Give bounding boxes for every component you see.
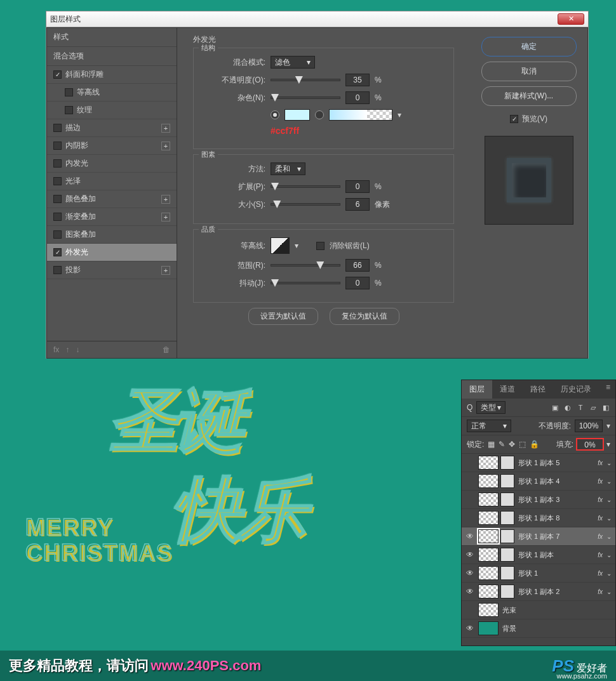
style-item[interactable]: 图案叠加	[47, 226, 177, 244]
fx-badge[interactable]: fx	[598, 496, 603, 503]
layer-mask-thumbnail[interactable]	[500, 529, 514, 543]
layer-mask-thumbnail[interactable]	[500, 566, 514, 580]
plus-icon[interactable]: +	[161, 142, 170, 150]
opacity-input[interactable]: 100%	[575, 420, 603, 432]
lock-transparency-icon[interactable]: ▦	[488, 440, 495, 449]
plus-icon[interactable]: +	[161, 266, 170, 275]
new-style-button[interactable]: 新建样式(W)...	[481, 86, 577, 106]
layer-item[interactable]: 👁形状 1 副本 7fx⌄	[462, 527, 615, 546]
search-icon[interactable]: Q	[467, 403, 472, 412]
opacity-slider[interactable]	[271, 79, 340, 81]
fill-input[interactable]: 0%	[576, 438, 604, 451]
visibility-icon[interactable]: 👁	[465, 550, 474, 559]
style-checkbox[interactable]	[53, 266, 62, 274]
styles-header[interactable]: 样式	[47, 28, 177, 47]
visibility-icon[interactable]: 👁	[465, 624, 474, 633]
chevron-down-icon[interactable]: ⌄	[606, 552, 612, 559]
spread-input[interactable]: 0	[345, 180, 370, 193]
gradient-radio[interactable]	[315, 110, 324, 119]
arrow-down-icon[interactable]: ↓	[76, 345, 79, 354]
fx-badge[interactable]: fx	[598, 478, 603, 485]
chevron-down-icon[interactable]: ⌄	[606, 460, 612, 466]
style-item[interactable]: 斜面和浮雕	[47, 66, 177, 84]
layer-mask-thumbnail[interactable]	[500, 548, 514, 562]
layer-thumbnail[interactable]	[478, 548, 499, 562]
style-item[interactable]: 渐变叠加+	[47, 208, 177, 226]
layer-item[interactable]: 👁形状 1 副本fx⌄	[462, 546, 615, 564]
fx-badge[interactable]: fx	[598, 552, 603, 559]
fx-badge[interactable]: fx	[598, 460, 603, 466]
layer-mask-thumbnail[interactable]	[500, 474, 514, 488]
arrow-up-icon[interactable]: ↑	[65, 345, 69, 354]
visibility-icon[interactable]: 👁	[465, 587, 474, 596]
blend-options-header[interactable]: 混合选项	[47, 47, 177, 66]
fx-icon[interactable]: fx	[53, 345, 59, 354]
filter-shape-icon[interactable]: ▱	[589, 403, 598, 412]
layer-item[interactable]: 光束	[462, 601, 615, 619]
layer-mask-thumbnail[interactable]	[500, 511, 514, 525]
contour-picker[interactable]	[271, 237, 290, 254]
range-slider[interactable]	[271, 264, 340, 267]
layer-item[interactable]: 形状 1 副本 5fx⌄	[462, 454, 615, 472]
layer-item[interactable]: 形状 1 副本 4fx⌄	[462, 472, 615, 491]
noise-slider[interactable]	[271, 96, 340, 99]
size-input[interactable]: 6	[345, 198, 370, 211]
filter-image-icon[interactable]: ▣	[551, 403, 559, 412]
layer-mask-thumbnail[interactable]	[500, 456, 514, 470]
tab-layers[interactable]: 图层	[462, 380, 492, 399]
chevron-down-icon[interactable]: ⌄	[606, 533, 612, 540]
blend-mode-select[interactable]: 正常▾	[467, 420, 511, 432]
style-checkbox[interactable]	[53, 248, 62, 256]
tab-paths[interactable]: 路径	[523, 380, 553, 399]
lock-position-icon[interactable]: ✥	[509, 440, 515, 449]
chevron-down-icon[interactable]: ▾	[398, 110, 401, 119]
spread-slider[interactable]	[271, 185, 340, 188]
technique-select[interactable]: 柔和▾	[271, 162, 305, 175]
visibility-icon[interactable]: 👁	[465, 532, 474, 541]
footer-link[interactable]: www.240PS.com	[151, 658, 261, 673]
layer-thumbnail[interactable]	[478, 585, 499, 598]
layer-thumbnail[interactable]	[478, 493, 499, 506]
cancel-button[interactable]: 取消	[481, 62, 577, 81]
layer-item[interactable]: 形状 1 副本 8fx⌄	[462, 509, 615, 527]
chevron-down-icon[interactable]: ⌄	[606, 570, 612, 577]
range-input[interactable]: 66	[345, 259, 370, 272]
layer-thumbnail[interactable]	[478, 603, 499, 617]
chevron-down-icon[interactable]: ▾	[606, 421, 610, 430]
tab-history[interactable]: 历史记录	[553, 380, 599, 399]
style-item[interactable]: 外发光	[47, 244, 177, 261]
fx-badge[interactable]: fx	[598, 533, 603, 540]
tab-channels[interactable]: 通道	[492, 380, 523, 399]
chevron-down-icon[interactable]: ▾	[606, 440, 610, 449]
fx-badge[interactable]: fx	[598, 588, 603, 595]
layer-item[interactable]: 👁背景	[462, 619, 615, 638]
fx-badge[interactable]: fx	[598, 515, 603, 522]
style-checkbox[interactable]	[53, 70, 62, 79]
style-item[interactable]: 纹理	[47, 102, 177, 119]
fx-badge[interactable]: fx	[598, 570, 603, 577]
layer-thumbnail[interactable]	[478, 566, 499, 580]
opacity-input[interactable]: 35	[345, 74, 370, 86]
size-slider[interactable]	[271, 203, 340, 206]
style-item[interactable]: 描边+	[47, 119, 177, 137]
style-checkbox[interactable]	[53, 177, 62, 185]
jitter-input[interactable]: 0	[345, 277, 370, 289]
layer-item[interactable]: 👁形状 1fx⌄	[462, 564, 615, 583]
reset-default-button[interactable]: 复位为默认值	[330, 308, 399, 325]
style-checkbox[interactable]	[65, 88, 73, 96]
layer-thumbnail[interactable]	[478, 456, 499, 470]
filter-adjust-icon[interactable]: ◐	[563, 403, 572, 412]
style-item[interactable]: 等高线	[47, 84, 177, 102]
layer-mask-thumbnail[interactable]	[500, 585, 514, 598]
filter-smart-icon[interactable]: ◧	[601, 403, 610, 412]
visibility-icon[interactable]: 👁	[465, 569, 474, 578]
gradient-swatch[interactable]	[329, 109, 392, 121]
plus-icon[interactable]: +	[161, 195, 170, 204]
layer-item[interactable]: 👁形状 1 副本 2fx⌄	[462, 583, 615, 601]
layer-item[interactable]: 形状 1 副本 3fx⌄	[462, 491, 615, 509]
panel-menu-icon[interactable]: ≡	[601, 380, 615, 399]
style-checkbox[interactable]	[53, 159, 62, 168]
ok-button[interactable]: 确定	[481, 37, 577, 56]
preview-checkbox[interactable]: ✓	[510, 115, 518, 123]
noise-input[interactable]: 0	[345, 91, 370, 104]
